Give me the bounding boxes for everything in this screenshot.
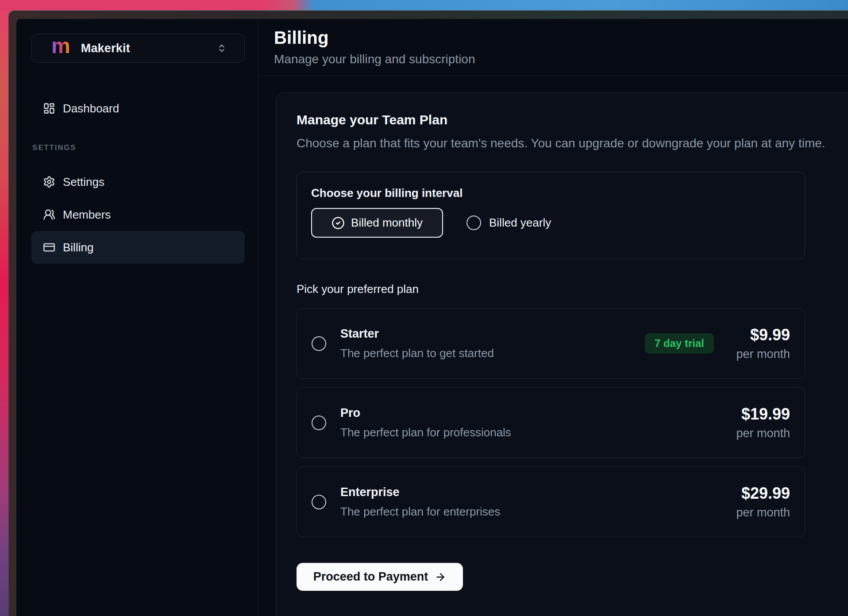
team-name: Makerkit xyxy=(81,42,217,55)
plan-price-block: $9.99 per month xyxy=(730,326,790,361)
page-header: Billing Manage your billing and subscrip… xyxy=(258,19,848,76)
plan-description: The perfect plan to get started xyxy=(340,346,645,361)
trial-badge: 7 day trial xyxy=(645,333,714,354)
arrow-right-icon xyxy=(435,571,446,583)
plan-price: $19.99 xyxy=(730,405,790,423)
billed-monthly-label: Billed monthly xyxy=(351,216,423,230)
plan-name: Starter xyxy=(340,326,645,341)
billing-interval-label: Choose your billing interval xyxy=(311,186,790,200)
plan-period: per month xyxy=(730,347,790,361)
sidebar-item-label: Settings xyxy=(63,175,104,189)
plan-info: Pro The perfect plan for professionals xyxy=(340,405,730,440)
sidebar-item-members[interactable]: Members xyxy=(31,198,245,231)
sidebar-item-dashboard[interactable]: Dashboard xyxy=(31,92,245,125)
desktop: { "team_selector": { "logo_letter": "m",… xyxy=(0,0,848,616)
sidebar-item-label: Members xyxy=(63,208,111,222)
sidebar-section-label: SETTINGS xyxy=(31,143,245,152)
pick-plan-label: Pick your preferred plan xyxy=(297,282,848,296)
users-icon xyxy=(43,208,55,221)
dashboard-icon xyxy=(43,102,55,115)
billing-interval-options: Billed monthly Billed yearly xyxy=(311,208,790,238)
plan-row-starter[interactable]: Starter The perfect plan to get started … xyxy=(297,308,805,379)
app-window: m Makerkit Dashboard SETTINGS xyxy=(8,10,848,616)
billed-yearly-option[interactable]: Billed yearly xyxy=(466,216,551,230)
team-plan-card: Manage your Team Plan Choose a plan that… xyxy=(276,92,848,616)
plan-row-pro[interactable]: Pro The perfect plan for professionals $… xyxy=(297,387,805,458)
page-content: Manage your Team Plan Choose a plan that… xyxy=(258,76,848,616)
plan-radio-starter[interactable] xyxy=(312,336,326,351)
sidebar-item-settings[interactable]: Settings xyxy=(31,166,245,198)
plan-description: The perfect plan for enterprises xyxy=(340,504,730,519)
team-selector[interactable]: m Makerkit xyxy=(31,34,245,63)
billed-monthly-option[interactable]: Billed monthly xyxy=(311,208,443,238)
plan-price-block: $29.99 per month xyxy=(730,485,790,520)
plan-info: Enterprise The perfect plan for enterpri… xyxy=(340,485,730,519)
check-circle-icon xyxy=(331,216,345,230)
billing-interval-box: Choose your billing interval Billed mont… xyxy=(297,172,805,259)
billed-yearly-label: Billed yearly xyxy=(489,216,551,230)
desktop-wallpaper xyxy=(0,0,848,11)
proceed-to-payment-label: Proceed to Payment xyxy=(313,570,428,584)
sidebar-item-label: Billing xyxy=(63,241,93,254)
plan-price: $29.99 xyxy=(730,485,790,502)
app-content: m Makerkit Dashboard SETTINGS xyxy=(16,19,848,616)
sidebar-nav: Dashboard SETTINGS Settings Members xyxy=(31,92,245,264)
plan-list: Starter The perfect plan to get started … xyxy=(297,308,848,537)
page-subtitle: Manage your billing and subscription xyxy=(274,52,848,66)
chevrons-up-down-icon xyxy=(217,43,227,53)
plan-period: per month xyxy=(730,506,790,520)
sidebar: m Makerkit Dashboard SETTINGS xyxy=(16,19,258,616)
plan-name: Pro xyxy=(340,405,730,420)
plan-radio-enterprise[interactable] xyxy=(312,495,326,509)
plan-period: per month xyxy=(730,427,790,440)
plan-description: The perfect plan for professionals xyxy=(340,425,730,440)
page-title: Billing xyxy=(274,28,848,48)
gear-icon xyxy=(43,176,55,188)
card-description: Choose a plan that fits your team's need… xyxy=(297,136,848,150)
credit-card-icon xyxy=(43,241,55,254)
plan-name: Enterprise xyxy=(340,485,730,500)
sidebar-item-billing[interactable]: Billing xyxy=(31,231,245,264)
makerkit-logo: m xyxy=(51,38,70,54)
sidebar-item-label: Dashboard xyxy=(63,102,119,116)
main-area: Billing Manage your billing and subscrip… xyxy=(258,19,848,616)
card-title: Manage your Team Plan xyxy=(297,112,848,127)
plan-row-enterprise[interactable]: Enterprise The perfect plan for enterpri… xyxy=(297,466,805,537)
plan-radio-pro[interactable] xyxy=(312,416,326,430)
proceed-to-payment-button[interactable]: Proceed to Payment xyxy=(297,563,463,591)
plan-info: Starter The perfect plan to get started xyxy=(340,326,645,361)
plan-price: $9.99 xyxy=(730,326,790,344)
plan-price-block: $19.99 per month xyxy=(730,405,790,440)
billed-yearly-radio[interactable] xyxy=(466,216,481,230)
